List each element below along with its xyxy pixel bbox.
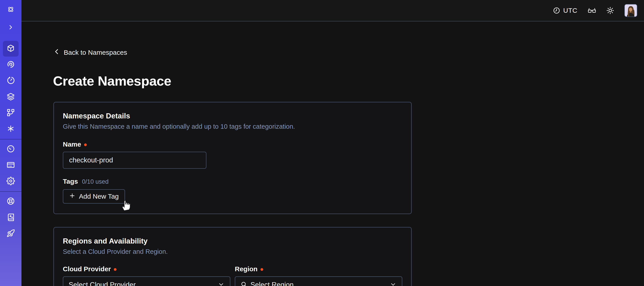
cloud-provider-label: Cloud Provider: [63, 265, 111, 273]
regions-availability-card: Regions and Availability Select a Cloud …: [54, 227, 412, 286]
cube-icon: [6, 44, 15, 53]
required-dot: [260, 268, 263, 271]
sidebar-item-getting-started[interactable]: [0, 226, 22, 242]
layers-icon: [6, 92, 15, 102]
timezone-label: UTC: [563, 7, 577, 14]
spiral-eye-icon: [6, 60, 15, 69]
chevron-down-icon: [390, 281, 396, 286]
card-title: Regions and Availability: [63, 237, 402, 245]
lifebuoy-icon: [6, 197, 15, 206]
sidebar-item-settings[interactable]: [0, 173, 22, 190]
chevron-left-icon: [54, 48, 60, 57]
cloud-provider-field: Cloud Provider Select Cloud Provider: [63, 265, 230, 286]
sidebar-divider: [0, 191, 22, 192]
gauge-icon: [6, 145, 15, 154]
create-namespace-page: { "topbar": { "timezone_label": "UTC" },…: [0, 0, 644, 286]
required-dot: [114, 268, 116, 271]
book-icon: [6, 213, 15, 222]
topbar: UTC: [22, 0, 644, 21]
sidebar: [0, 0, 22, 286]
back-link-label: Back to Namespaces: [64, 49, 127, 56]
region-select[interactable]: Select Region: [235, 277, 402, 286]
namespace-details-card: Namespace Details Give this Namespace a …: [54, 102, 412, 214]
page-title: Create Namespace: [53, 73, 171, 89]
clock-icon: [553, 7, 560, 14]
card-title: Namespace Details: [63, 112, 402, 120]
tags-used-count: 0/10 used: [82, 178, 109, 185]
add-new-tag-button[interactable]: Add New Tag: [63, 189, 125, 204]
sidebar-item-billing[interactable]: [0, 157, 22, 173]
sidebar-expand-button[interactable]: [0, 20, 22, 36]
region-placeholder: Select Region: [250, 281, 294, 286]
sidebar-item-docs[interactable]: [0, 210, 22, 226]
asterisk-icon: [6, 124, 15, 134]
back-to-namespaces-link[interactable]: Back to Namespaces: [54, 48, 127, 57]
sidebar-item-support[interactable]: [0, 194, 22, 210]
timer-icon: [6, 76, 15, 86]
search-icon: [240, 281, 247, 286]
add-new-tag-label: Add New Tag: [79, 193, 119, 200]
region-field: Region Select Region: [235, 265, 402, 286]
region-label: Region: [235, 265, 258, 273]
plus-icon: [69, 193, 75, 200]
rocket-icon: [6, 229, 15, 238]
sidebar-item-batch-operations[interactable]: [0, 105, 22, 121]
sidebar-item-usage[interactable]: [0, 141, 22, 157]
sidebar-item-workflows[interactable]: [0, 57, 22, 73]
sidebar-item-schedules[interactable]: [0, 73, 22, 89]
cloud-provider-placeholder: Select Cloud Provider: [69, 281, 136, 286]
sidebar-item-nexus[interactable]: [0, 121, 22, 137]
main-content: Back to Namespaces Create Namespace Name…: [22, 22, 644, 286]
timezone-selector[interactable]: UTC: [553, 7, 577, 14]
temporal-logo[interactable]: [0, 0, 22, 20]
card-subtitle: Select a Cloud Provider and Region.: [63, 248, 402, 255]
sidebar-item-namespaces[interactable]: [0, 41, 22, 57]
cloud-provider-select[interactable]: Select Cloud Provider: [63, 277, 230, 286]
name-label: Name: [63, 141, 81, 148]
glasses-icon[interactable]: [588, 7, 596, 14]
required-dot: [84, 143, 87, 146]
branch-icon: [6, 108, 15, 118]
gear-icon: [6, 177, 15, 186]
card-subtitle: Give this Namespace a name and optionall…: [63, 123, 402, 130]
theme-toggle-sun-icon[interactable]: [606, 7, 614, 14]
temporal-logo-icon: [6, 5, 15, 14]
sidebar-item-deployments[interactable]: [0, 89, 22, 105]
sidebar-divider: [0, 139, 22, 139]
tags-label: Tags: [63, 178, 78, 185]
credit-card-icon: [6, 161, 15, 170]
namespace-name-input[interactable]: [63, 152, 206, 169]
chevron-right-icon: [8, 24, 14, 31]
user-avatar[interactable]: [624, 4, 637, 17]
chevron-down-icon: [218, 281, 224, 286]
